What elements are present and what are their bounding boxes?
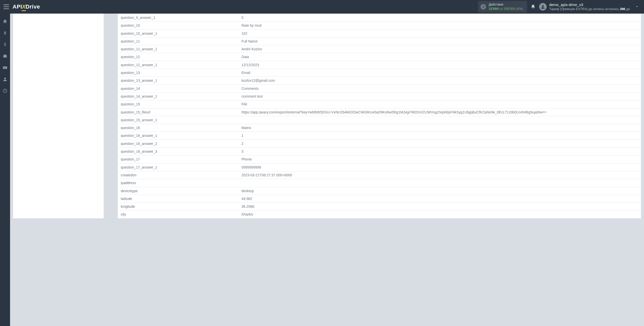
row-value [238, 116, 641, 124]
row-key: devicetype [118, 187, 238, 195]
row-key: question_14 [118, 85, 238, 92]
notifications-icon[interactable] [531, 4, 536, 9]
row-value: 0999999999 [238, 163, 641, 171]
row-key: question_16_answer_3 [118, 148, 238, 155]
table-row: question_9_answer_15 [118, 14, 641, 22]
top-header: APIXDrive i Действия: 12'604 из 200'000 … [0, 0, 644, 14]
row-value: Andrii Kozlov [238, 45, 641, 53]
row-key: createdon [118, 171, 238, 179]
table-row: question_11_answer_1Andrii Kozlov [118, 45, 641, 53]
table-row: longitude36.2566 [118, 203, 641, 211]
row-key: ipaddress [118, 179, 238, 187]
row-value: Phone [238, 155, 641, 163]
row-value: Kharkiv [238, 211, 641, 218]
table-row: question_16_answer_11 [118, 132, 641, 140]
row-key: question_16_answer_1 [118, 132, 238, 140]
data-panel: question_9_answer_15question_10Rate by m… [118, 14, 641, 218]
row-value: comment test [238, 92, 641, 100]
row-value: kozlov12@gmail.com [238, 77, 641, 85]
row-key: question_15_fileurl [118, 108, 238, 116]
row-key: question_13_answer_1 [118, 77, 238, 85]
actions-usage: i Действия: 12'604 из 200'000 (6%) [478, 1, 527, 13]
row-key: question_10_answer_1 [118, 29, 238, 37]
svg-point-0 [542, 5, 544, 7]
table-row: question_11Full Name [118, 37, 641, 45]
table-row: question_16Matrix [118, 124, 641, 132]
table-row: question_14_answer_1comment test [118, 92, 641, 100]
logo[interactable]: APIXDrive [13, 4, 40, 10]
row-value: Full Name [238, 37, 641, 45]
table-row: createdon2023-03-21T08:27:37.000+0000 [118, 171, 641, 179]
youtube-icon[interactable] [2, 65, 8, 70]
help-icon[interactable] [2, 88, 8, 94]
home-icon[interactable] [2, 19, 8, 24]
row-value: 2023-03-21T08:27:37.000+0000 [238, 171, 641, 179]
row-key: question_11_answer_1 [118, 45, 238, 53]
row-key: question_12_answer_1 [118, 61, 238, 69]
table-row: question_14Comments [118, 85, 641, 92]
row-value: Comments [238, 85, 641, 92]
table-row: question_12_answer_112/12/2023 [118, 61, 641, 69]
table-row: question_16_answer_33 [118, 148, 641, 155]
sidebar [0, 14, 10, 326]
row-key: city [118, 211, 238, 218]
table-row: question_15_fileurlhttps://app.qwary.com… [118, 108, 641, 116]
row-value: 102 [238, 29, 641, 37]
row-key: question_16 [118, 124, 238, 132]
briefcase-icon[interactable] [2, 53, 8, 59]
table-row: question_10_answer_1102 [118, 29, 641, 37]
row-key: question_15 [118, 100, 238, 108]
row-key: question_17_answer_1 [118, 163, 238, 171]
row-value: 3 [238, 148, 641, 155]
row-value: https://app.qwary.com/export/external?ke… [238, 108, 641, 116]
actions-label: Действия: [489, 3, 523, 7]
table-row: question_13_answer_1kozlov12@gmail.com [118, 77, 641, 85]
table-row: question_13Email [118, 69, 641, 77]
content-area: question_9_answer_15question_10Rate by m… [10, 14, 644, 326]
row-value: File [238, 100, 641, 108]
table-row: question_16_answer_22 [118, 140, 641, 147]
table-row: question_10Rate by mud [118, 22, 641, 29]
table-row: question_12Data [118, 53, 641, 61]
user-menu[interactable]: demo_apix-drive_s3 Тариф |Премиум EXTRA|… [539, 2, 630, 11]
left-panel [13, 14, 104, 218]
menu-toggle[interactable] [4, 5, 9, 9]
table-row: cityKharkiv [118, 211, 641, 218]
row-value: 36.2566 [238, 203, 641, 211]
row-key: question_13 [118, 69, 238, 77]
row-value: 49.982 [238, 195, 641, 202]
row-key: question_17 [118, 155, 238, 163]
row-key: question_10 [118, 22, 238, 29]
row-key: question_15_answer_1 [118, 116, 238, 124]
row-value: 1 [238, 132, 641, 140]
info-icon: i [480, 4, 486, 10]
row-key: question_12 [118, 53, 238, 61]
dollar-icon[interactable] [2, 42, 8, 47]
chevron-down-icon[interactable] [633, 5, 640, 9]
table-row: question_17Phone [118, 155, 641, 163]
avatar-icon [539, 3, 547, 11]
table-row: question_17_answer_10999999999 [118, 163, 641, 171]
user-name: demo_apix-drive_s3 [549, 2, 630, 7]
table-row: devicetypedesktop [118, 187, 641, 195]
table-row: ipaddress [118, 179, 641, 187]
tree-icon[interactable] [2, 30, 8, 36]
row-value: desktop [238, 187, 641, 195]
data-table: question_9_answer_15question_10Rate by m… [118, 14, 641, 218]
actions-values: 12'604 из 200'000 (6%) [489, 7, 523, 11]
row-key: latitude [118, 195, 238, 202]
table-row: question_15File [118, 100, 641, 108]
user-icon[interactable] [2, 76, 8, 82]
svg-point-1 [4, 77, 6, 79]
row-key: question_16_answer_2 [118, 140, 238, 147]
row-value: Matrix [238, 124, 641, 132]
row-value: Email [238, 69, 641, 77]
table-row: question_15_answer_1 [118, 116, 641, 124]
row-value: 12/12/2023 [238, 61, 641, 69]
row-key: question_11 [118, 37, 238, 45]
row-value [238, 179, 641, 187]
row-value: Data [238, 53, 641, 61]
row-key: question_14_answer_1 [118, 92, 238, 100]
row-key: longitude [118, 203, 238, 211]
user-plan: Тариф |Премиум EXTRA| до оплаты осталось… [549, 7, 630, 11]
